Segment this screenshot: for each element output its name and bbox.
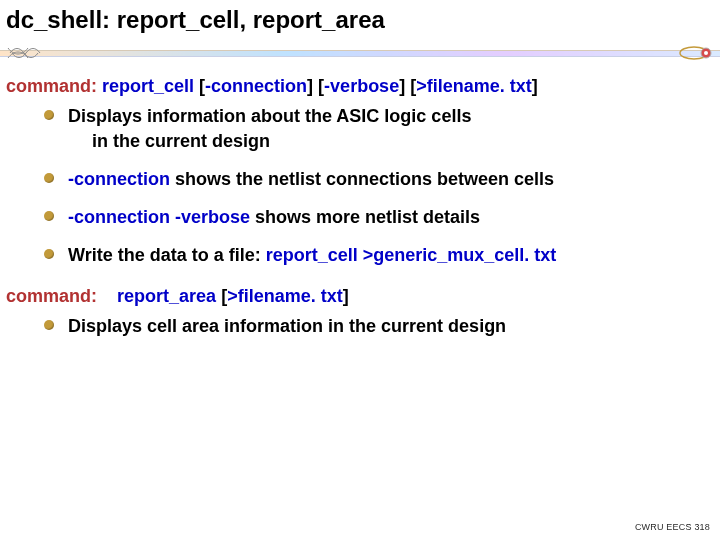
list-item: Displays information about the ASIC logi… (6, 104, 714, 153)
command-line-1: command: report_cell [-connection] [-ver… (6, 74, 714, 98)
command-option: [>filename. txt] (221, 286, 349, 306)
bullet-list-2: Displays cell area information in the cu… (6, 314, 714, 338)
inline-option: -connection (68, 169, 170, 189)
title-divider (0, 42, 720, 62)
bullet-text: Write the data to a file: (68, 245, 266, 265)
list-item: Write the data to a file: report_cell >g… (6, 243, 714, 267)
inline-command: report_cell >generic_mux_cell. txt (266, 245, 557, 265)
bullet-text: Displays information about the ASIC logi… (68, 106, 471, 126)
list-item: Displays cell area information in the cu… (6, 314, 714, 338)
slide-title: dc_shell: report_cell, report_area (0, 0, 720, 42)
bullet-text: shows the netlist connections between ce… (170, 169, 554, 189)
command-label: command: (6, 286, 97, 306)
knot-icon (4, 42, 48, 64)
command-option: [>filename. txt] (410, 76, 538, 96)
inline-option: -connection -verbose (68, 207, 250, 227)
command-name: report_area (117, 286, 216, 306)
bullet-text-line2: in the current design (68, 129, 714, 153)
command-line-2: command: report_area [>filename. txt] (6, 284, 714, 308)
divider-bar (0, 50, 720, 57)
bullet-list-1: Displays information about the ASIC logi… (6, 104, 714, 267)
footer-text: CWRU EECS 318 (635, 522, 710, 532)
command-option: [-connection] (199, 76, 313, 96)
list-item: -connection shows the netlist connection… (6, 167, 714, 191)
svg-point-2 (704, 51, 708, 55)
slide-body: command: report_cell [-connection] [-ver… (0, 74, 720, 338)
bullet-text: shows more netlist details (250, 207, 480, 227)
command-label: command: (6, 76, 97, 96)
list-item: -connection -verbose shows more netlist … (6, 205, 714, 229)
command-name: report_cell (102, 76, 194, 96)
ornament-icon (676, 45, 712, 61)
bullet-text: Displays cell area information in the cu… (68, 316, 506, 336)
command-option: [-verbose] (318, 76, 405, 96)
